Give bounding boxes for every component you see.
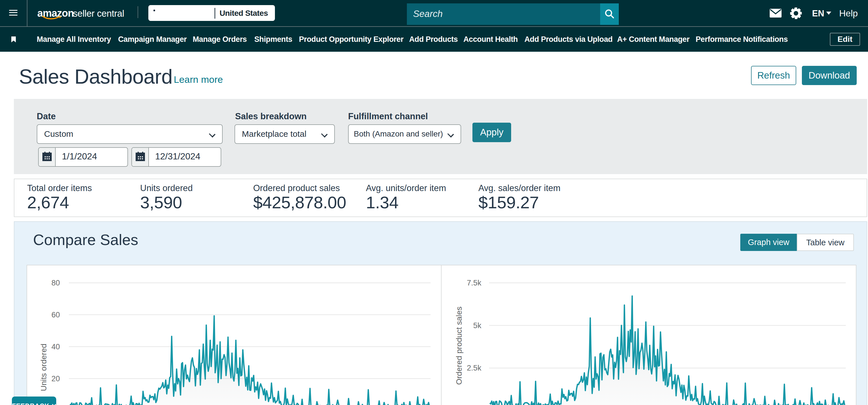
svg-text:80: 80	[52, 279, 60, 287]
svg-text:20: 20	[52, 374, 60, 383]
svg-text:7.5k: 7.5k	[467, 279, 482, 287]
svg-text:5k: 5k	[473, 321, 482, 330]
svg-text:Ordered product sales: Ordered product sales	[455, 306, 463, 385]
svg-text:2.5k: 2.5k	[467, 364, 482, 372]
svg-text:60: 60	[52, 311, 60, 319]
svg-text:Units ordered: Units ordered	[39, 344, 48, 391]
svg-text:40: 40	[52, 343, 60, 351]
